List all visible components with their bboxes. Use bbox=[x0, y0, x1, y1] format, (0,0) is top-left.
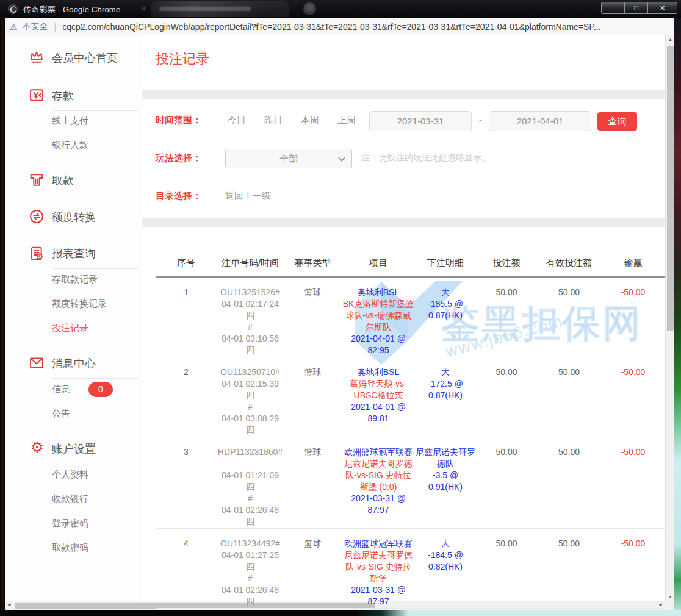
page-url[interactable]: cqcp2.com/chuanQiCPLoginWeb/app/reportDe… bbox=[62, 22, 600, 32]
sidebar-item-online-payment[interactable]: 线上支付 bbox=[52, 114, 88, 127]
quick-range-yesterday[interactable]: 昨日 bbox=[264, 115, 283, 126]
cell-bet-amount: 50.00 bbox=[476, 357, 537, 437]
vertical-scrollbar-thumb[interactable] bbox=[667, 46, 674, 331]
cell-order: OU113250710#04-01 02:15:39 四 #04-01 03:0… bbox=[217, 357, 284, 437]
table-row: 5 OU113234992#04-01 01:28:52 四 篮球 欧洲篮球冠军… bbox=[156, 609, 665, 611]
sidebar-item-withdraw[interactable]: 取款 bbox=[52, 171, 74, 190]
quick-range-last-week[interactable]: 上周 bbox=[337, 115, 356, 126]
sidebar-item-profile[interactable]: 个人资料 bbox=[52, 468, 88, 481]
cell-detail: 大129.5 @ bbox=[415, 609, 476, 611]
maximize-button[interactable]: □ bbox=[624, 2, 648, 14]
site-favicon-icon bbox=[8, 4, 18, 14]
table-row: 3 HDP113231860# 04-01 01:21:09 四 #04-01 … bbox=[156, 437, 665, 529]
sidebar-item-deposit-withdraw-records[interactable]: 存取款记录 bbox=[52, 273, 98, 286]
sidebar-item-credit-transfer[interactable]: 额度转换 bbox=[52, 208, 96, 226]
cell-bet-amount: 50.00 bbox=[476, 437, 537, 529]
close-button[interactable]: ✕ bbox=[647, 2, 677, 14]
window-title: 传奇彩票 - Google Chrome bbox=[23, 4, 120, 15]
sidebar: 会员中心首页 存款 线上支付 银行入款 取款 额度转换 报表查询 bbox=[5, 35, 142, 610]
sidebar-item-announcements[interactable]: 公告 bbox=[52, 407, 70, 420]
cell-order: OU113234992#04-01 01:28:52 四 bbox=[217, 609, 284, 611]
divider bbox=[52, 73, 138, 73]
cell-item: 欧洲篮球冠军联赛 尼兹尼诺夫哥罗德队-vs-SIG 史特拉斯堡 2021-03-… bbox=[342, 529, 415, 609]
browser-window: 传奇彩票 - Google Chrome ✕ – □ ✕ ⚠ 不安全 | cqc… bbox=[0, 0, 681, 616]
sidebar-item-receiving-bank[interactable]: 收款银行 bbox=[52, 492, 88, 506]
table-row: 1 OU113251526#04-01 02:17:24 四 #04-01 03… bbox=[156, 277, 665, 357]
header-item: 项目 bbox=[342, 248, 415, 277]
address-bar[interactable]: ⚠ 不安全 | cqcp2.com/chuanQiCPLoginWeb/app/… bbox=[0, 18, 681, 35]
date-range-separator: - bbox=[479, 115, 482, 125]
header-index: 序号 bbox=[156, 248, 217, 277]
query-button[interactable]: 查询 bbox=[597, 112, 637, 131]
sidebar-item-account-settings[interactable]: 账户设置 bbox=[52, 440, 96, 458]
cell-bet-amount: 50.00 bbox=[476, 609, 537, 611]
table-row: 4 OU113234492#04-01 01:27:25 四 #04-01 02… bbox=[156, 529, 665, 609]
sidebar-item-report-query[interactable]: 报表查询 bbox=[52, 245, 96, 263]
quick-range-this-week[interactable]: 本周 bbox=[301, 115, 319, 126]
background-button-artifact bbox=[303, 2, 316, 15]
minimize-button[interactable]: – bbox=[601, 2, 625, 14]
scroll-down-icon[interactable]: ▼ bbox=[666, 595, 674, 599]
vertical-scrollbar[interactable]: ▲ ▼ bbox=[665, 35, 674, 601]
sidebar-item-bet-records[interactable]: 投注记录 bbox=[52, 321, 88, 335]
page-title: 投注记录 bbox=[156, 50, 209, 68]
cell-order: HDP113231860# 04-01 01:21:09 四 #04-01 02… bbox=[217, 437, 284, 529]
cell-order: OU113234492#04-01 01:27:25 四 #04-01 02:2… bbox=[217, 529, 284, 609]
cell-index: 1 bbox=[156, 277, 217, 357]
table-row: 2 OU113250710#04-01 02:15:39 四 #04-01 03… bbox=[156, 357, 665, 437]
play-select-note: 注：无投注的玩法此处忽略显示。 bbox=[362, 152, 490, 163]
scroll-up-icon[interactable]: ▲ bbox=[666, 37, 674, 41]
divider bbox=[52, 464, 138, 464]
cell-valid-amount: 50.00 bbox=[537, 529, 601, 609]
sidebar-item-messages[interactable]: 信息 bbox=[52, 382, 70, 396]
cell-win-loss: 42.50 bbox=[601, 609, 665, 611]
sidebar-item-member-home[interactable]: 会员中心首页 bbox=[52, 49, 118, 67]
transfer-icon bbox=[28, 208, 46, 226]
withdraw-icon bbox=[28, 171, 46, 190]
header-valid-bet-amount: 有效投注额 bbox=[537, 248, 601, 277]
report-icon bbox=[28, 245, 46, 263]
message-icon bbox=[28, 354, 46, 373]
back-up-level-link[interactable]: 返回上一级 bbox=[225, 190, 271, 202]
quick-range-today[interactable]: 今日 bbox=[228, 115, 246, 126]
window-border-right bbox=[674, 18, 681, 616]
cell-valid-amount: 50.00 bbox=[537, 277, 601, 357]
header-bet-detail: 下注明细 bbox=[415, 248, 476, 277]
cell-item: 奥地利BSL BK克洛斯特新堡篮球队-vs-瑞佛森威尔斯队 2021-04-01… bbox=[342, 277, 415, 357]
date-to-input[interactable]: 2021-04-01 bbox=[489, 111, 591, 131]
sidebar-item-withdraw-password[interactable]: 取款密码 bbox=[52, 541, 88, 554]
sidebar-item-transfer-records[interactable]: 额度转换记录 bbox=[52, 297, 107, 310]
gear-icon: ⚙ bbox=[28, 439, 46, 457]
cell-sport: 篮球 bbox=[284, 529, 342, 609]
divider bbox=[52, 196, 138, 196]
cell-sport: 篮球 bbox=[284, 277, 342, 357]
deposit-icon bbox=[28, 87, 46, 105]
window-border-left bbox=[0, 18, 5, 616]
cell-index: 2 bbox=[156, 357, 217, 437]
cell-order: OU113251526#04-01 02:17:24 四 #04-01 03:1… bbox=[217, 277, 284, 357]
cell-valid-amount: 50.00 bbox=[537, 437, 601, 529]
window-titlebar: 传奇彩票 - Google Chrome ✕ – □ ✕ bbox=[0, 0, 681, 18]
cell-detail: 尼兹尼诺夫哥罗德队-3.5 @ 0.91(HK) bbox=[415, 437, 476, 529]
header-event-type: 赛事类型 bbox=[284, 248, 342, 277]
section-separator bbox=[142, 90, 665, 99]
scroll-left-icon[interactable]: ◄ bbox=[7, 602, 12, 607]
cell-detail: 大-172.5 @ 0.87(HK) bbox=[415, 357, 476, 437]
sidebar-item-message-center[interactable]: 消息中心 bbox=[52, 354, 96, 373]
sidebar-item-login-password[interactable]: 登录密码 bbox=[52, 517, 88, 530]
play-select-dropdown[interactable]: 全部 bbox=[225, 149, 352, 168]
cell-win-loss: -50.00 bbox=[601, 357, 665, 437]
chevron-down-icon bbox=[338, 154, 345, 161]
cell-detail: 大-185.5 @ 0.87(HK) bbox=[415, 277, 476, 357]
cell-win-loss: -50.00 bbox=[601, 277, 665, 357]
security-label: 不安全 bbox=[23, 21, 48, 32]
play-select-label: 玩法选择： bbox=[156, 152, 201, 164]
sidebar-item-deposit[interactable]: 存款 bbox=[52, 87, 74, 105]
sidebar-item-bank-deposit[interactable]: 银行入款 bbox=[52, 138, 88, 152]
section-separator bbox=[142, 218, 665, 227]
cell-item: 欧洲篮球冠军联赛 尼兹尼诺夫哥罗德队-vs-SIG 史特拉斯堡 (0:0) 20… bbox=[342, 437, 415, 529]
date-from-input[interactable]: 2021-03-31 bbox=[369, 111, 472, 131]
cell-detail: 大-184.5 @ 0.82(HK) bbox=[415, 529, 476, 609]
cell-sport: 篮球 bbox=[284, 437, 342, 529]
divider bbox=[52, 232, 138, 232]
